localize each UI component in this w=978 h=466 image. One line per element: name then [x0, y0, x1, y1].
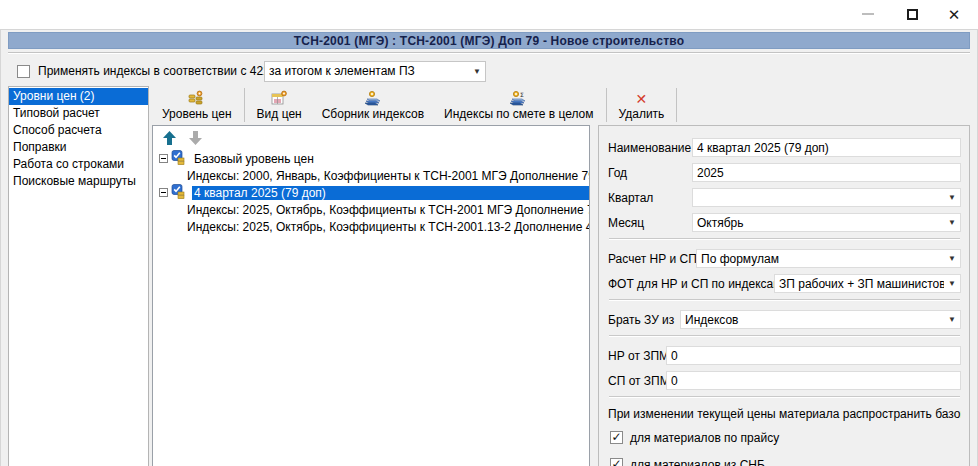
maximize-button[interactable] [898, 4, 926, 24]
zu-source-select[interactable]: Индексов ▼ [680, 310, 961, 329]
nr-zpm-label: НР от ЗПМ [608, 349, 666, 363]
sidebar-item-calc-method[interactable]: Способ расчета [9, 122, 148, 139]
field-quarter: Квартал ▼ [608, 188, 961, 207]
fot-value: ЗП рабочих + ЗП машинистов [779, 277, 944, 291]
sidebar-item-corrections[interactable]: Поправки [9, 139, 148, 156]
sidebar-item-typical-calc[interactable]: Типовой расчет [9, 105, 148, 122]
toolbar-separator [606, 88, 607, 122]
sp-zpm-label: СП от ЗПМ [608, 374, 666, 388]
material-price-note: При изменении текущей цены материала рас… [608, 407, 961, 421]
tree-leaf-label: Индексы: 2025, Октябрь, Коэффициенты к Т… [185, 220, 589, 234]
collapse-icon[interactable] [159, 154, 168, 163]
tree-leaf-index-2000[interactable]: Индексы: 2000, Январь, Коэффициенты к ТС… [153, 167, 589, 184]
materials-snb-checkbox[interactable] [610, 458, 623, 466]
materials-price-list-label: для материалов по прайсу [630, 431, 779, 445]
index-collection-button[interactable]: Сборник индексов [312, 86, 434, 124]
month-value: Октябрь [697, 216, 944, 230]
year-label: Год [608, 166, 692, 180]
price-type-button[interactable]: Вид цен [247, 86, 312, 124]
close-button[interactable]: ✕ [940, 4, 968, 24]
minimize-button[interactable] [854, 4, 882, 24]
chevron-down-icon: ▼ [948, 279, 956, 288]
sidebar-item-price-levels[interactable]: Уровни цен (2) [9, 88, 148, 105]
chevron-down-icon: ▼ [948, 315, 956, 324]
field-sp-zpm: СП от ЗПМ [608, 371, 961, 390]
collapse-icon[interactable] [159, 188, 168, 197]
nr-sp-calc-label: Расчет НР и СП [608, 252, 696, 266]
close-icon: ✕ [948, 7, 961, 22]
form-divider [609, 335, 960, 337]
toolbar: Уровень цен Вид цен [152, 86, 970, 124]
tree-leaf-label: Индексы: 2000, Январь, Коэффициенты к ТС… [185, 169, 589, 183]
chevron-down-icon: ▼ [948, 218, 956, 227]
nr-sp-calc-select[interactable]: По формулам ▼ [696, 249, 961, 268]
sidebar-item-row-operations[interactable]: Работа со строками [9, 156, 148, 173]
month-label: Месяц [608, 216, 692, 230]
materials-price-list-check-row: для материалов по прайсу [610, 429, 961, 446]
quarter-label: Квартал [608, 191, 692, 205]
field-year: Год [608, 163, 961, 182]
year-input[interactable] [692, 163, 961, 182]
delete-icon: ✕ [636, 92, 648, 106]
sidebar-item-search-routes[interactable]: Поисковые маршруты [9, 173, 148, 190]
fot-select[interactable]: ЗП рабочих + ЗП машинистов ▼ [774, 274, 961, 293]
month-select[interactable]: Октябрь ▼ [692, 213, 961, 232]
form-divider [609, 238, 960, 240]
window-titlebar: ✕ [0, 0, 978, 28]
price-level-node-icon [171, 184, 189, 201]
toolbar-separator [676, 88, 677, 122]
move-down-button[interactable] [186, 130, 204, 146]
zu-source-label: Брать ЗУ из [608, 313, 680, 327]
level-properties-panel: Наименование Год Квартал ▼ Месяц Октябрь… [598, 125, 970, 466]
index-mode-select[interactable]: за итогом к элементам ПЗ ▼ [264, 61, 486, 82]
materials-snb-label: для материалов из СНБ [630, 458, 765, 466]
fot-label: ФОТ для НР и СП по индексам [608, 277, 774, 291]
minimize-icon [862, 13, 874, 15]
estimate-total-indexes-label: Индексы по смете в целом [444, 107, 593, 121]
price-level-label: Уровень цен [162, 107, 232, 121]
quarter-select[interactable]: ▼ [692, 188, 961, 207]
nr-zpm-input[interactable] [666, 346, 961, 365]
maximize-icon [907, 9, 918, 20]
tree-leaf-label: Индексы: 2025, Октябрь, Коэффициенты к Т… [185, 203, 589, 217]
tree-leaf-index-2025-mge[interactable]: Индексы: 2025, Октябрь, Коэффициенты к Т… [153, 201, 589, 218]
form-divider [609, 299, 960, 301]
materials-price-list-checkbox[interactable] [610, 431, 623, 444]
chevron-down-icon: ▼ [948, 254, 956, 263]
field-name: Наименование [608, 138, 961, 157]
field-nr-sp-calc: Расчет НР и СП По формулам ▼ [608, 249, 961, 268]
tree-leaf-index-2025-13-2[interactable]: Индексы: 2025, Октябрь, Коэффициенты к Т… [153, 218, 589, 235]
name-input[interactable] [692, 138, 961, 157]
field-fot: ФОТ для НР и СП по индексам ЗП рабочих +… [608, 274, 961, 293]
price-type-icon [271, 89, 288, 106]
delete-label: Удалить [619, 107, 665, 121]
svg-text:Σ: Σ [520, 91, 524, 98]
estimate-total-indexes-button[interactable]: Σ Индексы по смете в целом [434, 86, 603, 124]
field-nr-zpm: НР от ЗПМ [608, 346, 961, 365]
name-label: Наименование [608, 141, 692, 155]
estimate-total-indexes-icon: Σ [509, 89, 529, 106]
materials-snb-check-row: для материалов из СНБ [610, 456, 961, 466]
document-title: ТСН-2001 (МГЭ) : ТСН-2001 (МГЭ) Доп 79 -… [294, 34, 684, 48]
chevron-down-icon: ▼ [473, 67, 481, 76]
chevron-down-icon: ▼ [948, 193, 956, 202]
field-month: Месяц Октябрь ▼ [608, 213, 961, 232]
form-divider [609, 396, 960, 398]
index-mode-value: за итогом к элементам ПЗ [269, 64, 469, 78]
index-collection-icon [364, 89, 382, 106]
delete-button[interactable]: ✕ Удалить [609, 86, 675, 124]
tree-node-q4-2025[interactable]: 4 квартал 2025 (79 доп) [153, 184, 589, 201]
toolbar-separator [244, 88, 245, 122]
field-zu-source: Брать ЗУ из Индексов ▼ [608, 310, 961, 329]
index-collection-label: Сборник индексов [322, 107, 424, 121]
move-up-icon [163, 131, 176, 145]
price-level-node-icon [171, 150, 189, 167]
move-down-icon [189, 131, 202, 145]
sp-zpm-input[interactable] [666, 371, 961, 390]
app-frame: ТСН-2001 (МГЭ) : ТСН-2001 (МГЭ) Доп 79 -… [0, 29, 978, 466]
price-level-icon [188, 89, 205, 106]
move-up-button[interactable] [160, 130, 178, 146]
price-level-button[interactable]: Уровень цен [152, 86, 242, 124]
tree-node-base-price-level[interactable]: Базовый уровень цен [153, 150, 589, 167]
apply-indexes-checkbox[interactable] [17, 65, 30, 78]
